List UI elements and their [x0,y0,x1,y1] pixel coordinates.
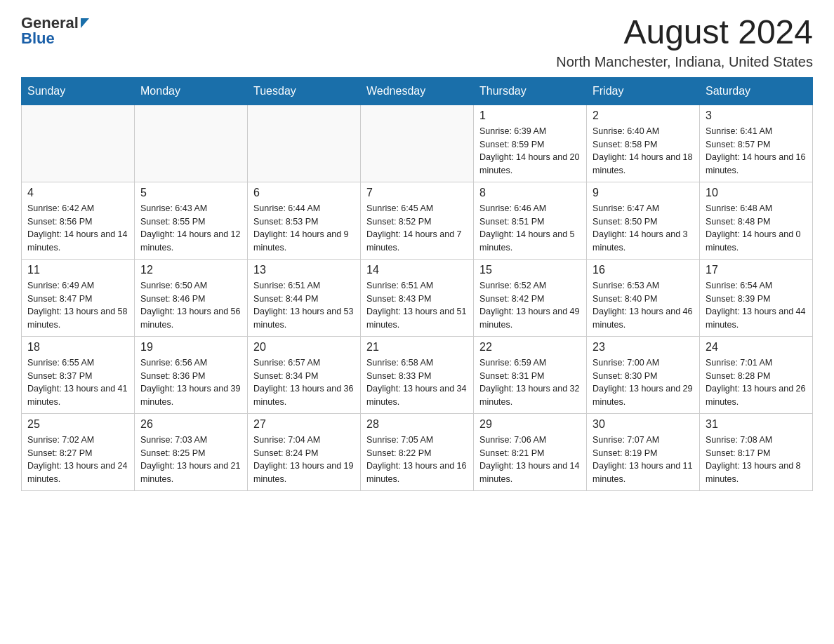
weekday-header-tuesday: Tuesday [248,77,361,105]
title-area: August 2024 North Manchester, Indiana, U… [556,14,813,70]
day-number: 7 [366,187,468,199]
calendar-cell: 3Sunrise: 6:41 AMSunset: 8:57 PMDaylight… [700,105,813,182]
day-number: 28 [366,418,468,431]
day-number: 10 [706,187,807,199]
day-number: 21 [366,341,468,354]
calendar-cell: 5Sunrise: 6:43 AMSunset: 8:55 PMDaylight… [135,182,248,259]
calendar-cell: 15Sunrise: 6:52 AMSunset: 8:42 PMDayligh… [474,259,587,336]
calendar-cell: 24Sunrise: 7:01 AMSunset: 8:28 PMDayligh… [700,336,813,413]
calendar-table: SundayMondayTuesdayWednesdayThursdayFrid… [21,77,813,491]
day-info: Sunrise: 6:52 AMSunset: 8:42 PMDaylight:… [479,279,581,332]
calendar-cell: 16Sunrise: 6:53 AMSunset: 8:40 PMDayligh… [587,259,700,336]
day-number: 18 [27,341,128,354]
calendar-cell: 14Sunrise: 6:51 AMSunset: 8:43 PMDayligh… [361,259,474,336]
day-number: 22 [479,341,581,354]
day-info: Sunrise: 6:53 AMSunset: 8:40 PMDaylight:… [593,279,694,332]
day-number: 5 [140,187,241,199]
day-info: Sunrise: 6:47 AMSunset: 8:50 PMDaylight:… [593,202,694,255]
day-info: Sunrise: 6:56 AMSunset: 8:36 PMDaylight:… [140,356,241,409]
day-number: 29 [479,418,581,431]
calendar-cell: 26Sunrise: 7:03 AMSunset: 8:25 PMDayligh… [135,413,248,490]
calendar-cell: 29Sunrise: 7:06 AMSunset: 8:21 PMDayligh… [474,413,587,490]
logo: General Blue [21,14,89,48]
day-number: 23 [593,341,694,354]
weekday-header-friday: Friday [587,77,700,105]
weekday-header-monday: Monday [135,77,248,105]
logo-blue: Blue [21,29,55,48]
week-row-2: 4Sunrise: 6:42 AMSunset: 8:56 PMDaylight… [22,182,813,259]
day-number: 2 [593,109,694,122]
day-info: Sunrise: 6:44 AMSunset: 8:53 PMDaylight:… [253,202,355,255]
week-row-3: 11Sunrise: 6:49 AMSunset: 8:47 PMDayligh… [22,259,813,336]
day-number: 17 [706,264,807,276]
day-number: 30 [593,418,694,431]
weekday-header-wednesday: Wednesday [361,77,474,105]
day-info: Sunrise: 7:04 AMSunset: 8:24 PMDaylight:… [253,434,355,486]
calendar-cell [248,105,361,182]
day-number: 12 [140,264,241,276]
day-number: 25 [27,418,128,431]
calendar-cell: 31Sunrise: 7:08 AMSunset: 8:17 PMDayligh… [700,413,813,490]
calendar-cell: 8Sunrise: 6:46 AMSunset: 8:51 PMDaylight… [474,182,587,259]
weekday-header-sunday: Sunday [22,77,135,105]
calendar-cell: 17Sunrise: 6:54 AMSunset: 8:39 PMDayligh… [700,259,813,336]
day-info: Sunrise: 6:45 AMSunset: 8:52 PMDaylight:… [366,202,468,255]
day-number: 14 [366,264,468,276]
day-number: 1 [479,109,581,122]
day-info: Sunrise: 6:51 AMSunset: 8:44 PMDaylight:… [253,279,355,332]
calendar-cell: 11Sunrise: 6:49 AMSunset: 8:47 PMDayligh… [22,259,135,336]
month-title: August 2024 [556,14,813,51]
calendar-cell: 21Sunrise: 6:58 AMSunset: 8:33 PMDayligh… [361,336,474,413]
day-number: 11 [27,264,128,276]
day-info: Sunrise: 6:41 AMSunset: 8:57 PMDaylight:… [706,125,807,177]
logo-arrow-icon [81,18,89,28]
day-info: Sunrise: 7:01 AMSunset: 8:28 PMDaylight:… [706,356,807,409]
header: General Blue August 2024 North Mancheste… [21,14,813,70]
day-number: 20 [253,341,355,354]
calendar-cell: 13Sunrise: 6:51 AMSunset: 8:44 PMDayligh… [248,259,361,336]
day-number: 19 [140,341,241,354]
day-number: 16 [593,264,694,276]
day-number: 13 [253,264,355,276]
day-info: Sunrise: 6:51 AMSunset: 8:43 PMDaylight:… [366,279,468,332]
week-row-4: 18Sunrise: 6:55 AMSunset: 8:37 PMDayligh… [22,336,813,413]
day-number: 31 [706,418,807,431]
day-info: Sunrise: 7:08 AMSunset: 8:17 PMDaylight:… [706,434,807,486]
calendar-cell: 6Sunrise: 6:44 AMSunset: 8:53 PMDaylight… [248,182,361,259]
calendar-cell: 12Sunrise: 6:50 AMSunset: 8:46 PMDayligh… [135,259,248,336]
calendar-cell: 1Sunrise: 6:39 AMSunset: 8:59 PMDaylight… [474,105,587,182]
calendar-cell: 28Sunrise: 7:05 AMSunset: 8:22 PMDayligh… [361,413,474,490]
calendar-cell: 2Sunrise: 6:40 AMSunset: 8:58 PMDaylight… [587,105,700,182]
weekday-header-row: SundayMondayTuesdayWednesdayThursdayFrid… [22,77,813,105]
calendar-cell: 10Sunrise: 6:48 AMSunset: 8:48 PMDayligh… [700,182,813,259]
calendar-cell: 25Sunrise: 7:02 AMSunset: 8:27 PMDayligh… [22,413,135,490]
day-number: 24 [706,341,807,354]
day-number: 9 [593,187,694,199]
calendar-cell: 27Sunrise: 7:04 AMSunset: 8:24 PMDayligh… [248,413,361,490]
day-info: Sunrise: 7:05 AMSunset: 8:22 PMDaylight:… [366,434,468,486]
day-number: 26 [140,418,241,431]
day-number: 6 [253,187,355,199]
calendar-cell: 18Sunrise: 6:55 AMSunset: 8:37 PMDayligh… [22,336,135,413]
calendar-cell: 20Sunrise: 6:57 AMSunset: 8:34 PMDayligh… [248,336,361,413]
weekday-header-saturday: Saturday [700,77,813,105]
calendar-cell [135,105,248,182]
calendar-cell: 4Sunrise: 6:42 AMSunset: 8:56 PMDaylight… [22,182,135,259]
day-number: 3 [706,109,807,122]
calendar-cell: 23Sunrise: 7:00 AMSunset: 8:30 PMDayligh… [587,336,700,413]
calendar-cell [361,105,474,182]
day-number: 8 [479,187,581,199]
location-title: North Manchester, Indiana, United States [556,54,813,70]
day-info: Sunrise: 6:57 AMSunset: 8:34 PMDaylight:… [253,356,355,409]
day-number: 27 [253,418,355,431]
day-info: Sunrise: 6:40 AMSunset: 8:58 PMDaylight:… [593,125,694,177]
day-info: Sunrise: 6:55 AMSunset: 8:37 PMDaylight:… [27,356,128,409]
day-number: 4 [27,187,128,199]
day-info: Sunrise: 7:06 AMSunset: 8:21 PMDaylight:… [479,434,581,486]
day-info: Sunrise: 7:02 AMSunset: 8:27 PMDaylight:… [27,434,128,486]
calendar-cell [22,105,135,182]
day-info: Sunrise: 6:54 AMSunset: 8:39 PMDaylight:… [706,279,807,332]
calendar-cell: 22Sunrise: 6:59 AMSunset: 8:31 PMDayligh… [474,336,587,413]
day-info: Sunrise: 7:07 AMSunset: 8:19 PMDaylight:… [593,434,694,486]
day-info: Sunrise: 7:00 AMSunset: 8:30 PMDaylight:… [593,356,694,409]
